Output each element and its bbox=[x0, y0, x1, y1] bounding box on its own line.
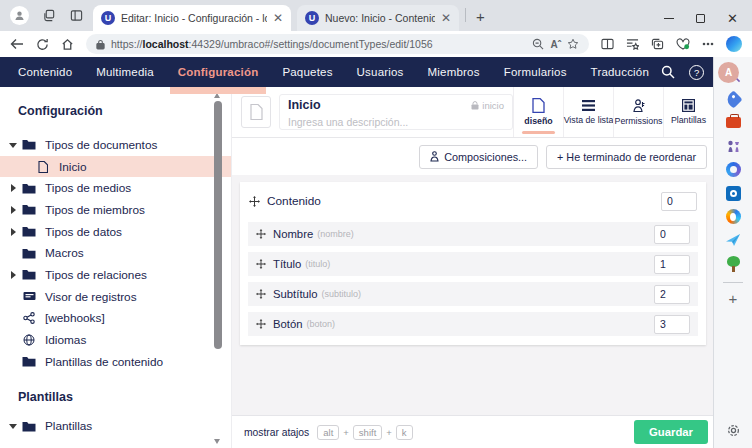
caret-right-icon[interactable] bbox=[8, 184, 18, 192]
folder-icon bbox=[21, 356, 37, 367]
tree-item-plantillas-de-contenido[interactable]: Plantillas de contenido bbox=[0, 351, 231, 373]
window-maximize-button[interactable] bbox=[696, 14, 705, 23]
editor-header: inicio diseño Vista de lista Permissions bbox=[232, 87, 713, 138]
sidebar-games-icon[interactable] bbox=[724, 137, 743, 156]
finish-reorder-button[interactable]: + He terminado de reordenar bbox=[546, 145, 707, 169]
lock-icon bbox=[96, 39, 105, 50]
nav-item-usuarios[interactable]: Usuarios bbox=[345, 57, 416, 87]
zoom-out-icon[interactable] bbox=[532, 38, 544, 50]
nav-item-formularios[interactable]: Formularios bbox=[492, 57, 579, 87]
alias-badge[interactable]: inicio bbox=[471, 100, 504, 111]
address-bar[interactable]: https://localhost:44329/umbraco#/setting… bbox=[86, 34, 589, 54]
sidebar-outlook-icon[interactable] bbox=[724, 184, 743, 203]
tab-close-icon[interactable]: ✕ bbox=[441, 12, 451, 24]
collections-icon[interactable] bbox=[651, 38, 664, 50]
tree-item-inicio[interactable]: Inicio bbox=[0, 156, 231, 178]
name-description-box: inicio bbox=[279, 94, 513, 130]
tree-item-tipos-de-documentos[interactable]: Tipos de documentos bbox=[0, 134, 231, 156]
read-aloud-icon[interactable]: Aˆ bbox=[550, 39, 561, 50]
move-icon bbox=[256, 229, 266, 239]
tree-item-webhooks[interactable]: [webhooks] bbox=[0, 308, 231, 330]
scrollbar-thumb[interactable] bbox=[214, 101, 222, 349]
nav-item-miembros[interactable]: Miembros bbox=[416, 57, 492, 87]
nav-item-configuracion[interactable]: Configuración bbox=[166, 57, 271, 87]
compositions-button[interactable]: Composiciones... bbox=[419, 145, 538, 169]
group-header[interactable]: Contenido bbox=[248, 186, 698, 216]
tree-item-tipos-de-medios[interactable]: Tipos de medios bbox=[0, 177, 231, 199]
doctype-name-input[interactable] bbox=[288, 98, 428, 112]
favorites-bar-icon[interactable] bbox=[626, 38, 639, 50]
tab-permissions[interactable]: Permissions bbox=[613, 87, 663, 137]
property-order-input[interactable] bbox=[654, 315, 690, 334]
property-order-input[interactable] bbox=[654, 285, 690, 304]
umbraco-favicon: U bbox=[305, 11, 319, 25]
sidebar-discover-icon[interactable] bbox=[724, 207, 743, 226]
caret-down-icon[interactable] bbox=[8, 142, 18, 148]
nav-item-contenido[interactable]: Contenido bbox=[6, 57, 84, 87]
shortcuts-label[interactable]: mostrar atajos bbox=[244, 427, 309, 438]
new-tab-button[interactable]: + bbox=[476, 8, 485, 25]
tree-item-tipos-de-datos[interactable]: Tipos de datos bbox=[0, 221, 231, 243]
sidebar-copilot365-icon[interactable] bbox=[724, 160, 743, 179]
sidebar-tools-icon[interactable] bbox=[724, 113, 743, 132]
property-row-nombre[interactable]: Nombre (nombre) bbox=[248, 222, 698, 246]
sidebar-messenger-icon[interactable] bbox=[724, 231, 743, 250]
property-row-boton[interactable]: Botón (boton) bbox=[248, 312, 698, 336]
tab-vista-de-lista[interactable]: Vista de lista bbox=[563, 87, 613, 137]
group-order-input[interactable] bbox=[661, 192, 697, 211]
description-input[interactable] bbox=[288, 116, 504, 128]
nav-item-traduccion[interactable]: Traducción bbox=[579, 57, 661, 87]
settings-more-icon[interactable] bbox=[702, 42, 714, 46]
tab-actions-icon[interactable] bbox=[70, 9, 83, 22]
editor-footer-bar: mostrar atajos alt + shift + k Guardar bbox=[232, 415, 713, 448]
property-row-titulo[interactable]: Título (titulo) bbox=[248, 252, 698, 276]
tree-scrollbar[interactable] bbox=[213, 91, 222, 446]
workspaces-icon[interactable] bbox=[43, 9, 56, 22]
browser-profile-icon[interactable] bbox=[10, 6, 29, 25]
tree-section-title-plantillas: Plantillas bbox=[18, 390, 231, 404]
tree-item-idiomas[interactable]: Idiomas bbox=[0, 329, 231, 351]
caret-right-icon[interactable] bbox=[8, 206, 18, 214]
caret-right-icon[interactable] bbox=[8, 271, 18, 279]
tree-item-macros[interactable]: Macros bbox=[0, 242, 231, 264]
sidebar-tree-icon[interactable] bbox=[724, 254, 743, 273]
browser-tab-active[interactable]: U Editar: Inicio - Configuración - lo ✕ bbox=[93, 5, 291, 31]
doctype-icon-picker[interactable] bbox=[241, 96, 271, 128]
caret-right-icon[interactable] bbox=[8, 228, 18, 236]
layout-icon bbox=[682, 99, 695, 112]
save-button[interactable]: Guardar bbox=[634, 420, 708, 444]
sidebar-settings-gear-icon[interactable] bbox=[724, 421, 743, 440]
help-icon[interactable]: ? bbox=[689, 65, 704, 80]
tree-item-label: Tipos de documentos bbox=[45, 138, 157, 152]
caret-down-icon[interactable] bbox=[8, 423, 18, 429]
browser-essentials-icon[interactable] bbox=[676, 38, 690, 50]
window-close-button[interactable]: ✕ bbox=[727, 14, 738, 23]
back-button[interactable] bbox=[10, 38, 24, 50]
split-screen-icon[interactable] bbox=[601, 38, 614, 50]
url-text: https://localhost:44329/umbraco#/setting… bbox=[111, 38, 433, 50]
copilot-icon[interactable] bbox=[726, 36, 742, 52]
property-row-subtitulo[interactable]: Subtítulo (subtitulo) bbox=[248, 282, 698, 306]
tab-plantillas[interactable]: Plantillas bbox=[663, 87, 713, 137]
property-order-input[interactable] bbox=[654, 255, 690, 274]
favorite-star-icon[interactable] bbox=[567, 38, 579, 50]
sidebar-add-icon[interactable]: + bbox=[724, 289, 743, 308]
search-icon[interactable] bbox=[661, 65, 675, 79]
tree-item-plantillas[interactable]: Plantillas bbox=[0, 416, 231, 438]
nav-item-paquetes[interactable]: Paquetes bbox=[270, 57, 344, 87]
tab-close-icon[interactable]: ✕ bbox=[273, 12, 283, 24]
rail-divider bbox=[723, 282, 743, 283]
tree-item-visor-de-registros[interactable]: Visor de registros bbox=[0, 286, 231, 308]
user-avatar[interactable]: A bbox=[718, 62, 739, 83]
tab-diseno[interactable]: diseño bbox=[513, 87, 563, 137]
home-button[interactable] bbox=[61, 38, 74, 51]
refresh-button[interactable] bbox=[36, 38, 49, 51]
scroll-down-icon[interactable] bbox=[214, 439, 220, 444]
window-minimize-button[interactable] bbox=[664, 18, 674, 19]
tree-item-tipos-de-relaciones[interactable]: Tipos de relaciones bbox=[0, 264, 231, 286]
browser-tab-inactive[interactable]: U Nuevo: Inicio - Contenido - local ✕ bbox=[297, 5, 459, 31]
tree-item-tipos-de-miembros[interactable]: Tipos de miembros bbox=[0, 199, 231, 221]
property-order-input[interactable] bbox=[654, 225, 690, 244]
sidebar-shopping-icon[interactable] bbox=[724, 90, 743, 109]
nav-item-multimedia[interactable]: Multimedia bbox=[84, 57, 166, 87]
